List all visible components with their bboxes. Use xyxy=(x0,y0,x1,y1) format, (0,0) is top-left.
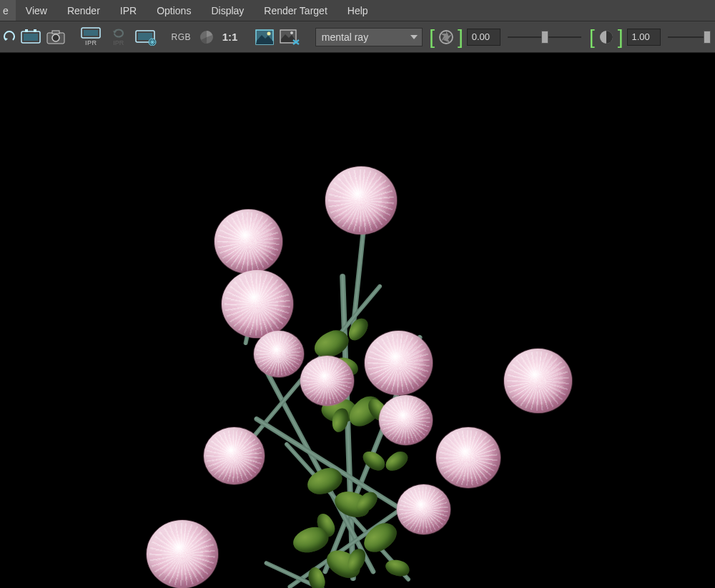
rendered-plant xyxy=(107,131,608,588)
render-frame-button[interactable] xyxy=(19,25,42,49)
slider-thumb[interactable] xyxy=(541,31,548,44)
exposure-low-field[interactable]: 0.00 xyxy=(467,29,501,46)
ipr-render-button[interactable]: IPR xyxy=(79,25,104,49)
render-settings-button[interactable] xyxy=(134,25,159,49)
exposure-high-slider[interactable] xyxy=(668,29,708,46)
menu-render-target[interactable]: Render Target xyxy=(254,0,337,21)
exposure-low-group: [ ] xyxy=(428,25,464,49)
bracket-open-icon: [ xyxy=(428,27,435,47)
renderer-dropdown[interactable]: mental ray xyxy=(315,28,423,46)
menu-help[interactable]: Help xyxy=(337,0,378,21)
ratio-label[interactable]: 1:1 xyxy=(221,31,242,43)
menu-render[interactable]: Render xyxy=(57,0,110,21)
ipr-label: IPR xyxy=(84,39,99,46)
svg-rect-8 xyxy=(84,30,98,36)
exposure-high-group: [ ] xyxy=(588,25,624,49)
menu-view[interactable]: View xyxy=(16,0,57,21)
menu-bar: e View Render IPR Options Display Render… xyxy=(0,0,715,21)
svg-point-5 xyxy=(52,34,59,41)
menu-options[interactable]: Options xyxy=(147,0,201,21)
rgb-label: RGB xyxy=(169,32,192,42)
exposure-low-slider[interactable] xyxy=(508,29,581,46)
svg-rect-1 xyxy=(24,34,38,41)
chevron-down-icon xyxy=(410,35,418,39)
menu-display[interactable]: Display xyxy=(201,0,254,21)
menu-file-fragment[interactable]: e xyxy=(0,0,16,21)
redo-render-button[interactable] xyxy=(3,25,16,49)
ipr-refresh-button[interactable]: IPR xyxy=(107,25,131,49)
toolbar: IPR IPR RGB 1:1 mental ray [ ] 0.00 xyxy=(0,21,715,53)
snapshot-button[interactable] xyxy=(44,25,67,49)
slider-thumb[interactable] xyxy=(704,31,711,44)
image-display-button[interactable] xyxy=(253,25,276,49)
bracket-close-icon: ] xyxy=(617,27,624,47)
bracket-open-icon: [ xyxy=(588,27,596,47)
svg-rect-2 xyxy=(25,29,28,32)
menu-ipr[interactable]: IPR xyxy=(110,0,147,21)
exposure-high-field[interactable]: 1.00 xyxy=(627,29,661,46)
aperture-icon[interactable] xyxy=(438,29,454,45)
bracket-close-icon: ] xyxy=(457,27,464,47)
render-viewport[interactable] xyxy=(0,53,715,588)
renderer-dropdown-value: mental ray xyxy=(322,31,368,43)
contrast-icon[interactable] xyxy=(598,29,614,45)
svg-point-16 xyxy=(290,31,293,34)
svg-point-14 xyxy=(267,31,270,35)
channel-cycle-button[interactable] xyxy=(195,25,218,49)
svg-rect-3 xyxy=(34,29,36,32)
remove-image-button[interactable] xyxy=(279,25,302,49)
svg-rect-6 xyxy=(52,31,59,34)
